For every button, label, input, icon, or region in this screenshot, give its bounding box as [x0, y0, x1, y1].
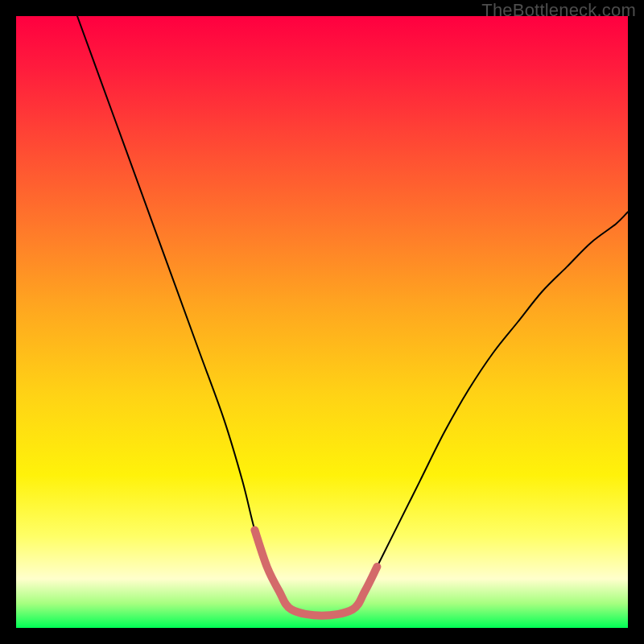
chart-svg: [16, 16, 628, 628]
chart-plot-area: [16, 16, 628, 628]
main-curve: [77, 16, 628, 616]
chart-frame: TheBottleneck.com: [0, 0, 644, 644]
trough-highlight: [254, 530, 377, 615]
